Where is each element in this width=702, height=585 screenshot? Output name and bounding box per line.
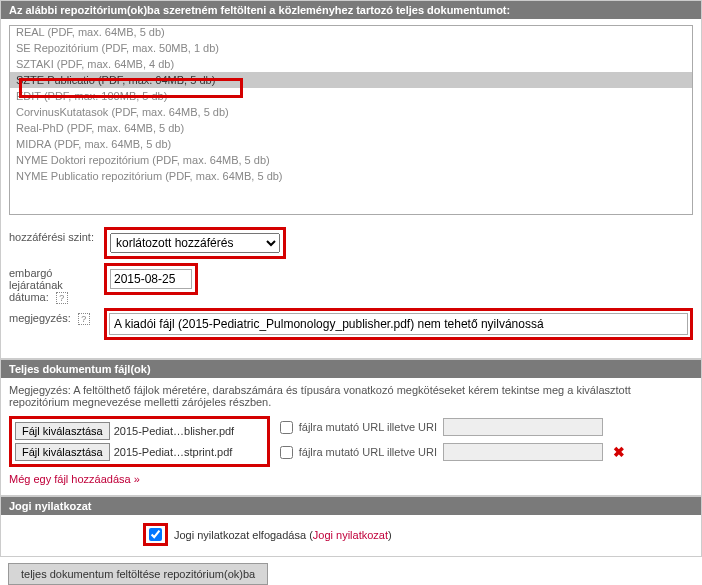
repo-item[interactable]: SZTE Publicatio (PDF, max. 64MB, 5 db) [10, 72, 692, 88]
repo-item[interactable]: NYME Publicatio repozitórium (PDF, max. … [10, 168, 692, 184]
repo-listbox[interactable]: REAL (PDF, max. 64MB, 5 db)SE Repozitóri… [9, 25, 693, 215]
highlight-files: Fájl kiválasztása 2015-Pediat…blisher.pd… [9, 416, 270, 467]
help-icon[interactable]: ? [56, 292, 68, 304]
label-access: hozzáférési szint: [9, 227, 104, 243]
url-checkbox[interactable] [280, 446, 293, 459]
help-icon[interactable]: ? [78, 313, 90, 325]
submit-button[interactable]: teljes dokumentum feltöltése repozitóriu… [8, 563, 268, 585]
url-input [443, 418, 603, 436]
repo-item[interactable]: CorvinusKutatasok (PDF, max. 64MB, 5 db) [10, 104, 692, 120]
filename-label: 2015-Pediat…blisher.pdf [114, 425, 264, 437]
repo-item[interactable]: NYME Doktori repozitórium (PDF, max. 64M… [10, 152, 692, 168]
repo-item[interactable]: SE Repozitórium (PDF, max. 50MB, 1 db) [10, 40, 692, 56]
legal-text: Jogi nyilatkozat elfogadása (Jogi nyilat… [174, 529, 392, 541]
label-note: megjegyzés: ? [9, 308, 104, 325]
legal-panel-header: Jogi nyilatkozat [1, 497, 701, 515]
url-checkbox[interactable] [280, 421, 293, 434]
choose-file-button[interactable]: Fájl kiválasztása [15, 422, 110, 440]
highlight-legal-checkbox [143, 523, 168, 546]
note-input[interactable] [109, 313, 688, 335]
embargo-date-input[interactable] [110, 269, 192, 289]
repo-item[interactable]: EDIT (PDF, max. 100MB, 5 db) [10, 88, 692, 104]
highlight-access: korlátozott hozzáférés [104, 227, 286, 259]
legal-checkbox[interactable] [149, 528, 162, 541]
url-label: fájlra mutató URL illetve URI [299, 446, 437, 458]
highlight-date [104, 263, 198, 295]
choose-file-button[interactable]: Fájl kiválasztása [15, 443, 110, 461]
url-input [443, 443, 603, 461]
highlight-note [104, 308, 693, 340]
access-select[interactable]: korlátozott hozzáférés [110, 233, 280, 253]
add-file-link[interactable]: Még egy fájl hozzáadása » [9, 473, 693, 485]
doc-panel-header: Teljes dokumentum fájl(ok) [1, 360, 701, 378]
repo-panel-header: Az alábbi repozitórium(ok)ba szeretném f… [1, 1, 701, 19]
repo-item[interactable]: MIDRA (PDF, max. 64MB, 5 db) [10, 136, 692, 152]
url-label: fájlra mutató URL illetve URI [299, 421, 437, 433]
file-row: Fájl kiválasztása 2015-Pediat…stprint.pd… [15, 443, 264, 461]
label-embargo: embargó lejáratának dátuma: ? [9, 263, 104, 304]
repo-item[interactable]: SZTAKI (PDF, max. 64MB, 4 db) [10, 56, 692, 72]
filename-label: 2015-Pediat…stprint.pdf [114, 446, 264, 458]
file-row: Fájl kiválasztása 2015-Pediat…blisher.pd… [15, 422, 264, 440]
delete-icon[interactable]: ✖ [613, 444, 625, 460]
repo-item[interactable]: REAL (PDF, max. 64MB, 5 db) [10, 25, 692, 40]
legal-link[interactable]: Jogi nyilatkozat [313, 529, 388, 541]
repo-item[interactable]: Real-PhD (PDF, max. 64MB, 5 db) [10, 120, 692, 136]
doc-note-text: Megjegyzés: A feltölthető fájlok méretér… [9, 384, 693, 408]
